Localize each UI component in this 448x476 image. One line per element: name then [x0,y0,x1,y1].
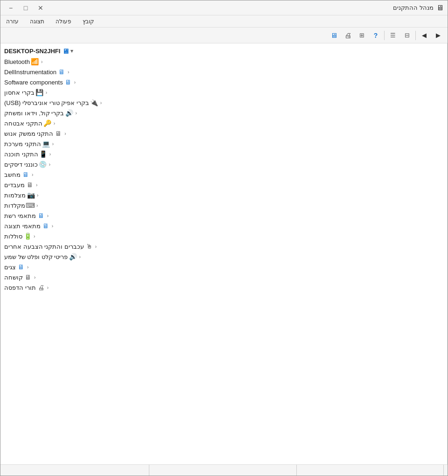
title-bar-controls: − □ ✕ [4,3,47,13]
printers-arrow: ‹ [47,285,49,290]
system-devices-icon: 💻 [42,140,50,148]
network-icon: 🖥 [37,211,45,220]
keyboards-icon: ⌨ [26,201,35,210]
tree-item-software-components[interactable]: ‹ 🖥 Software components [0,77,442,87]
tree-item-batteries[interactable]: ‹ 🔋 סוללות [0,231,442,241]
device-manager-window: 🖥 מנהל ההתקנים − □ ✕ קובץ פעולה תצוגה עז… [0,0,448,476]
toolbar-view-btn[interactable]: ⊟ [400,29,413,42]
toolbar-print-btn[interactable]: 🖨 [341,29,354,42]
storage-label: בקרי אחסון [4,89,35,96]
audio-io-arrow: ‹ [79,254,80,259]
minimize-button[interactable]: − [4,3,17,13]
tree-item-hid[interactable]: ‹ 🖥 התקני ממשק אנוש [0,128,442,139]
network-label: מתאמי רשת [4,212,36,219]
monitors-label: צגים [4,264,16,271]
status-bar [0,464,448,476]
tree-item-processors[interactable]: ‹ 🖥 מעבדים [0,180,442,190]
cameras-arrow: ‹ [37,193,38,198]
menu-file[interactable]: קובץ [81,17,96,26]
security-icon: 🔑 [43,119,52,127]
title-bar-title: 🖥 מנהל ההתקנים [393,4,444,12]
dell-icon: 🖥 [57,68,66,76]
toolbar-properties-btn[interactable]: ☰ [386,29,399,42]
tree-item-network[interactable]: ‹ 🖥 מתאמי רשת [0,210,442,221]
system-devices-label: התקני מערכת [4,140,41,147]
tree-item-monitors[interactable]: ‹ 🖥 צגים [0,262,442,272]
printers-label: תורי הדפסה [4,284,36,291]
left-sidebar [442,43,448,464]
firmware-icon: 🖥 [24,273,32,281]
software-components-icon: 🖥 [64,78,72,86]
cameras-label: מצלמות [4,192,26,199]
dell-arrow: ‹ [68,70,69,75]
security-arrow: ‹ [54,121,55,126]
usb-arrow: ‹ [100,100,102,105]
bluetooth-arrow: ‹ [41,59,42,64]
display-icon: 🖥 [42,222,50,230]
tree-root-item[interactable]: ▾ 🖥 DESKTOP-SN2JHFI [0,45,442,56]
tree-item-dell[interactable]: ‹ 🖥 DellInstrumentation [0,67,442,77]
tree-item-printers[interactable]: ‹ 🖨 תורי הדפסה [0,282,442,293]
tree-item-computer[interactable]: ‹ 🖥 מחשב [0,169,442,180]
display-label: מתאמי תצוגה [4,223,41,230]
audio-label: בקרי קול, וידאו ומשחק [4,110,64,117]
toolbar-grid-btn[interactable]: ⊞ [355,29,368,42]
tree-item-audio[interactable]: ‹ 🔊 בקרי קול, וידאו ומשחק [0,108,442,118]
tree-item-firmware[interactable]: ‹ 🖥 קושחה [0,272,442,282]
computer-label: מחשב [4,171,21,178]
maximize-button[interactable]: □ [19,3,32,13]
tree-item-software-devices[interactable]: ‹ 📱 התקני תוכנה [0,149,442,159]
menu-view[interactable]: תצוגה [28,17,46,26]
tree-item-audio-io[interactable]: ‹ 🔊 פריטי קלט ופלט של שמע [0,252,442,262]
toolbar-forward-btn[interactable]: ▶ [432,29,445,42]
audio-arrow: ‹ [75,111,77,116]
hid-arrow: ‹ [64,131,66,136]
firmware-arrow: ‹ [34,275,35,280]
root-computer-icon: 🖥 [61,47,70,55]
status-cell-1 [299,465,444,476]
root-expand-arrow: ▾ [70,48,73,54]
tree-item-mice[interactable]: ‹ 🖱 עכברים והתקני הצבעה אחרים [0,241,442,252]
security-label: התקני אבטחה [4,120,42,127]
toolbar: 🖥 🖨 ⊞ ? ☰ ⊟ ◀ ▶ [0,28,448,43]
computer-arrow: ‹ [32,172,33,177]
tree-item-keyboards[interactable]: ‹ ⌨ מקלדות [0,200,442,210]
status-cell-2 [151,465,296,476]
toolbar-back-btn[interactable]: ◀ [418,29,431,42]
batteries-label: סוללות [4,233,22,240]
monitors-arrow: ‹ [27,265,28,270]
root-label: DESKTOP-SN2JHFI [4,48,60,55]
audio-io-icon: 🔊 [69,252,77,261]
tree-item-usb[interactable]: ‹ 🔌 בקרי אפיק טורי אוניברסלי (USB) [0,98,442,108]
menu-help[interactable]: עזרה [4,17,21,26]
tree-item-storage[interactable]: ‹ 💾 בקרי אחסון [0,87,442,98]
tree-item-security[interactable]: ‹ 🔑 התקני אבטחה [0,118,442,128]
monitors-icon: 🖥 [17,263,25,271]
tree-item-cameras[interactable]: ‹ 📷 מצלמות [0,190,442,200]
printers-icon: 🖨 [37,283,45,292]
view-icon: ⊟ [405,32,410,39]
tree-item-display[interactable]: ‹ 🖥 מתאמי תצוגה [0,221,442,231]
hid-label: התקני ממשק אנוש [4,130,53,137]
software-devices-label: התקני תוכנה [4,151,38,158]
forward-icon: ▶ [436,32,441,39]
bluetooth-label: Bluetooth [4,58,30,65]
tree-item-disk-drives[interactable]: ‹ 💿 כוננני דיסקים [0,159,442,169]
display-arrow: ‹ [52,224,53,229]
menu-action[interactable]: פעולה [54,17,73,26]
menu-bar: קובץ פעולה תצוגה עזרה [0,15,448,28]
software-components-arrow: ‹ [74,80,76,85]
usb-icon: 🔌 [90,98,98,107]
close-button[interactable]: ✕ [34,3,47,13]
properties-icon: ☰ [390,32,396,39]
software-devices-arrow: ‹ [49,152,51,157]
tree-item-bluetooth[interactable]: ‹ 📶 Bluetooth [0,56,442,67]
dell-label: DellInstrumentation [4,69,56,76]
batteries-arrow: ‹ [34,234,35,239]
toolbar-help-btn[interactable]: ? [369,29,382,42]
tree-item-system-devices[interactable]: ‹ 💻 התקני מערכת [0,139,442,149]
status-cell-3 [4,465,149,476]
toolbar-monitor-btn[interactable]: 🖥 [327,29,340,42]
back-icon: ◀ [422,32,427,39]
computer-icon: 🖥 [21,170,30,179]
